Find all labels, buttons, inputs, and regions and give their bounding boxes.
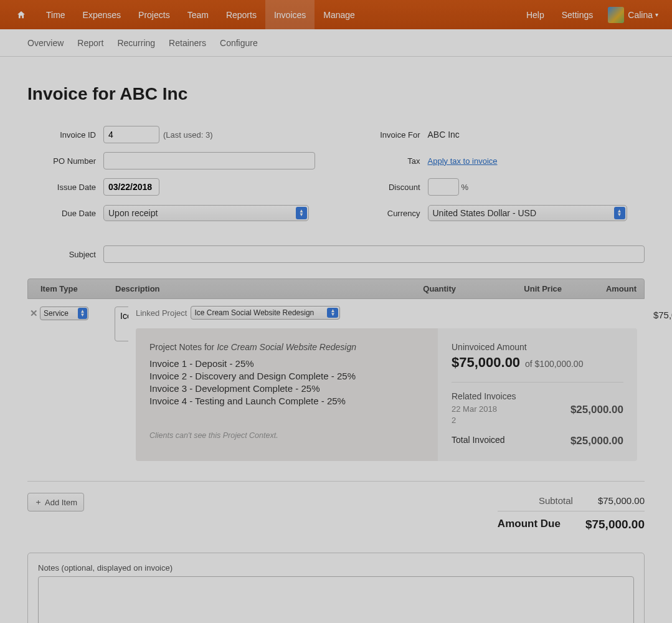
related-invoices-label: Related Invoices — [452, 391, 623, 401]
home-icon[interactable] — [5, 0, 37, 29]
invoice-id-input[interactable] — [103, 126, 159, 143]
related-invoice-amount: $25,000.00 — [570, 404, 623, 416]
notes-section: Notes (optional, displayed on invoice) F… — [27, 553, 645, 623]
invoice-for-label: Invoice For — [352, 130, 420, 140]
amount-due-value: $75,000.00 — [585, 518, 645, 531]
select-caret-icon: ▲▼ — [614, 207, 625, 219]
percent-label: % — [461, 183, 469, 192]
nav-team[interactable]: Team — [179, 0, 217, 29]
currency-select[interactable]: United States Dollar - USD ▲▼ — [428, 205, 627, 221]
project-context-panel: Linked Project Ice Cream Social Website … — [128, 301, 645, 472]
project-note: Invoice 1 - Deposit - 25% — [149, 358, 424, 369]
add-item-button[interactable]: ＋ Add Item — [27, 493, 84, 511]
discount-input[interactable] — [428, 178, 459, 196]
select-caret-icon: ▲▼ — [327, 308, 338, 318]
sub-nav: Overview Report Recurring Retainers Conf… — [0, 29, 672, 57]
nav-reports[interactable]: Reports — [217, 0, 265, 29]
top-nav: Time Expenses Projects Team Reports Invo… — [0, 0, 672, 29]
plus-icon: ＋ — [34, 497, 42, 508]
issue-date-input[interactable] — [103, 178, 159, 196]
related-invoice-num: 2 — [452, 415, 497, 426]
tax-label: Tax — [352, 156, 420, 166]
col-description: Description — [115, 284, 375, 293]
subnav-recurring[interactable]: Recurring — [117, 38, 155, 48]
subject-input[interactable] — [103, 245, 645, 263]
uninvoiced-label: Uninvoiced Amount — [452, 342, 623, 352]
due-date-label: Due Date — [27, 209, 96, 218]
items-header: Item Type Description Quantity Unit Pric… — [27, 278, 645, 299]
of-total: of $100,000.00 — [525, 359, 583, 369]
nav-settings[interactable]: Settings — [553, 0, 602, 29]
invoice-for-value: ABC Inc — [428, 130, 460, 140]
issue-date-label: Issue Date — [27, 183, 96, 192]
nav-help[interactable]: Help — [518, 0, 553, 29]
subnav-overview[interactable]: Overview — [27, 38, 64, 48]
delete-row-icon[interactable]: ✕ — [30, 308, 38, 319]
nav-time[interactable]: Time — [37, 0, 74, 29]
item-type-select[interactable]: Service ▲▼ — [40, 307, 88, 320]
amount-due-label: Amount Due — [498, 518, 561, 531]
po-label: PO Number — [27, 156, 96, 166]
select-caret-icon: ▲▼ — [296, 207, 307, 219]
nav-projects[interactable]: Projects — [130, 0, 179, 29]
due-date-select[interactable]: Upon receipt ▲▼ — [103, 205, 309, 221]
nav-invoices[interactable]: Invoices — [265, 0, 315, 29]
po-input[interactable] — [103, 152, 315, 169]
subtotal-label: Subtotal — [539, 495, 573, 506]
total-invoiced-label: Total Invoiced — [452, 435, 505, 447]
subnav-configure[interactable]: Configure — [220, 38, 258, 48]
project-note: Invoice 4 - Testing and Launch Complete … — [149, 396, 424, 406]
project-note: Invoice 3 - Development Complete - 25% — [149, 383, 424, 394]
discount-label: Discount — [352, 183, 420, 192]
nav-manage[interactable]: Manage — [315, 0, 364, 29]
subject-label: Subject — [27, 250, 96, 259]
user-name: Calina — [628, 10, 653, 20]
page-title: Invoice for ABC Inc — [27, 84, 645, 104]
currency-label: Currency — [352, 209, 420, 218]
linked-project-select[interactable]: Ice Cream Social Website Redesign ▲▼ — [191, 306, 340, 320]
col-amount: Amount — [562, 284, 637, 293]
linked-project-label: Linked Project — [136, 308, 187, 318]
subnav-retainers[interactable]: Retainers — [169, 38, 206, 48]
context-footer: Clients can't see this Project Context. — [149, 431, 424, 440]
invoice-id-label: Invoice ID — [27, 130, 96, 140]
subtotal-value: $75,000.00 — [598, 495, 645, 506]
user-menu[interactable]: Calina ▾ — [602, 7, 667, 23]
last-used: (Last used: 3) — [163, 130, 213, 140]
col-item-type: Item Type — [40, 284, 115, 293]
col-quantity: Quantity — [375, 284, 456, 293]
chevron-down-icon: ▾ — [655, 11, 658, 18]
apply-tax-link[interactable]: Apply tax to invoice — [428, 156, 498, 166]
uninvoiced-amount: $75,000.00 — [452, 354, 520, 370]
notes-textarea[interactable] — [38, 576, 634, 623]
project-notes-header: Project Notes for Ice Cream Social Websi… — [149, 342, 424, 352]
notes-label: Notes (optional, displayed on invoice) — [38, 563, 634, 573]
select-caret-icon: ▲▼ — [78, 308, 87, 319]
related-invoice-date: 22 Mar 2018 — [452, 404, 497, 415]
avatar — [608, 7, 624, 23]
total-invoiced-amount: $25,000.00 — [570, 435, 623, 447]
project-note: Invoice 2 - Discovery and Design Complet… — [149, 371, 424, 381]
nav-expenses[interactable]: Expenses — [74, 0, 130, 29]
subnav-report[interactable]: Report — [77, 38, 103, 48]
col-unit-price: Unit Price — [456, 284, 562, 293]
